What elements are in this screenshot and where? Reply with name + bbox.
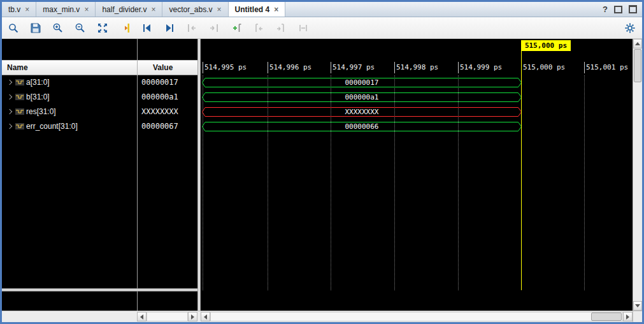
close-icon[interactable]: × [84,6,89,13]
header-column-splitter[interactable] [137,61,138,76]
next-marker-icon [275,22,287,34]
maximize-window-icon[interactable] [629,5,637,13]
tab-label: half_divider.v [102,5,147,14]
previous-marker-button[interactable] [251,20,266,36]
ruler-tick-label: 514,995 ps [204,63,247,71]
waveform-main-area: Name Value a[31:0] 00000017 b[31:0] 0000… [2,39,642,322]
tab-label: Untitled 4 [235,5,270,14]
vertical-scrollbar-thumb[interactable] [634,49,641,82]
names-panel-horizontal-divider[interactable] [2,288,197,291]
wave-hscrollbar-thumb[interactable] [591,313,622,321]
bus-value-label: XXXXXXXX [202,108,522,116]
gear-icon [624,22,636,34]
bus-signal-icon [15,79,24,85]
panel-waveform-splitter[interactable] [197,39,201,322]
expand-chevron-icon[interactable] [7,80,12,85]
wave-scroll-right-button[interactable] [623,312,633,321]
zoom-out-icon [75,22,86,34]
find-icon [8,22,19,34]
time-cursor-line[interactable] [521,51,522,290]
settings-button[interactable] [622,20,638,36]
wave-hscrollbar-track[interactable] [210,312,623,321]
tab-max-min-v[interactable]: max_min.v × [36,2,96,17]
ruler-tick [584,62,585,73]
swap-cursors-button[interactable] [296,20,311,36]
go-to-time-0-icon [141,22,153,34]
zoom-fit-icon [97,22,108,34]
previous-transition-button[interactable] [184,20,199,36]
ruler-tick [394,62,395,73]
cursor-time-label: 515,000 ps [521,40,571,51]
names-scroll-left-button[interactable] [137,312,147,321]
wave-scroll-left-button[interactable] [201,312,210,321]
tab-untitled-4[interactable]: Untitled 4 × [229,2,286,17]
help-button[interactable]: ? [603,4,608,14]
ruler-tick-label: 514,999 ps [460,63,502,71]
vertical-scrollbar[interactable] [633,39,642,311]
ruler-tick [458,62,459,73]
tab-half-divider-v[interactable]: half_divider.v × [96,2,162,17]
triangle-left-icon [140,314,143,320]
scroll-up-button[interactable] [633,39,642,48]
close-icon[interactable]: × [25,6,29,13]
previous-marker-icon [253,22,264,34]
ruler-tick-label: 515,001 ps [586,63,628,71]
zoom-fit-button[interactable] [95,20,110,36]
find-button[interactable] [6,20,21,36]
ruler-tick-label: 515,000 ps [523,63,565,71]
gridline [584,75,585,290]
signal-name: b[31:0] [26,92,50,101]
triangle-up-icon [635,42,640,45]
expand-chevron-icon[interactable] [7,109,12,114]
tab-tb-v[interactable]: tb.v × [2,2,36,17]
waveform-viewer-window: tb.v × max_min.v × half_divider.v × vect… [0,0,644,324]
signal-name: res[31:0] [26,107,56,116]
signal-value: 00000067 [141,122,178,131]
signal-value: 00000017 [141,78,178,87]
names-hscrollbar-track[interactable] [147,312,188,321]
bus-signal-icon [15,94,24,100]
zoom-in-button[interactable] [50,20,66,36]
waveform-toolbar [2,17,642,39]
next-transition-button[interactable] [206,20,222,36]
close-icon[interactable]: × [274,6,278,13]
signal-row-a[interactable]: a[31:0] 00000017 [2,75,197,90]
bus-value-label: 00000066 [202,122,522,131]
bus-wave-err-count: 00000066 [202,122,522,131]
triangle-down-icon [635,304,640,307]
bus-wave-a: 00000017 [202,78,522,87]
bus-value-label: 00000017 [202,78,522,87]
column-header-name: Name [7,63,28,72]
triangle-left-icon [204,314,207,320]
bus-signal-icon [15,123,24,129]
close-icon[interactable]: × [151,6,155,13]
triangle-right-icon [191,314,194,320]
close-icon[interactable]: × [217,6,222,13]
expand-chevron-icon[interactable] [7,124,12,129]
waveform-canvas[interactable]: 515,000 ps 514,995 ps 514,996 ps 514,997… [201,39,633,322]
bottom-scrollbar-band [2,311,642,322]
add-marker-button[interactable] [229,20,244,36]
zoom-to-cursor-icon [119,22,131,34]
scroll-down-button[interactable] [633,301,642,311]
next-marker-button[interactable] [273,20,289,36]
signal-row-b[interactable]: b[31:0] 000000a1 [2,90,197,105]
go-to-time-0-button[interactable] [140,20,155,36]
signal-name: a[31:0] [26,78,50,87]
signal-row-res[interactable]: res[31:0] XXXXXXXX [2,105,197,119]
names-scroll-right-button[interactable] [188,312,197,321]
zoom-to-cursor-button[interactable] [117,20,132,36]
signal-value: XXXXXXXX [141,107,178,116]
window-controls: ? [603,2,637,17]
tab-bar: tb.v × max_min.v × half_divider.v × vect… [2,2,642,17]
zoom-out-button[interactable] [73,20,88,36]
go-to-last-time-button[interactable] [162,20,177,36]
float-window-icon[interactable] [614,6,622,13]
bus-signal-icon [15,108,24,115]
save-button[interactable] [28,20,43,36]
signal-name: err_count[31:0] [26,122,78,131]
previous-transition-icon [186,22,197,34]
tab-vector-abs-v[interactable]: vector_abs.v × [162,2,228,17]
expand-chevron-icon[interactable] [7,94,12,99]
signal-row-err-count[interactable]: err_count[31:0] 00000067 [2,119,197,134]
